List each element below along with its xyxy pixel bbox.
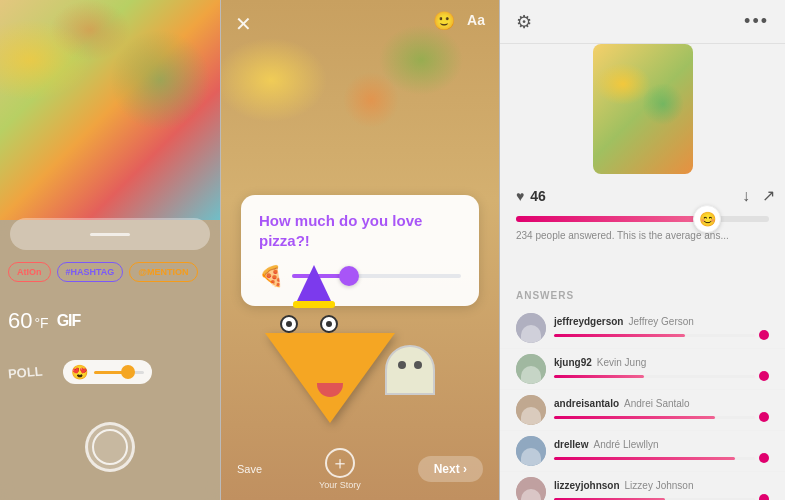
like-count-row: ♥ 46 bbox=[516, 188, 546, 204]
more-options-icon[interactable]: ••• bbox=[744, 11, 769, 32]
hashtag-sticker-chip[interactable]: #HASHTAG bbox=[57, 262, 124, 282]
mention-sticker-chip[interactable]: @MENTION bbox=[129, 262, 197, 282]
text-style-button[interactable]: Aa bbox=[467, 12, 485, 28]
story-bottom-bar: Save ＋ Your Story Next › bbox=[221, 448, 499, 490]
action-icons-row: ↓ ↗ bbox=[742, 186, 775, 205]
gif-sticker[interactable]: GIF bbox=[57, 312, 81, 330]
answer-slider-track bbox=[554, 334, 755, 337]
temperature-unit: °F bbox=[34, 315, 48, 331]
right-eye bbox=[320, 315, 338, 333]
pizza-eyes bbox=[280, 315, 338, 333]
left-eye bbox=[280, 315, 298, 333]
answer-slider-dot bbox=[759, 412, 769, 422]
answer-slider-dot bbox=[759, 371, 769, 381]
search-bar-indicator bbox=[90, 233, 130, 236]
close-button[interactable]: ✕ bbox=[235, 12, 252, 36]
answer-row: lizzeyjohnsonLizzey Johnson bbox=[500, 472, 785, 500]
slider-thumb bbox=[121, 365, 135, 379]
answer-slider-dot bbox=[759, 494, 769, 500]
answer-info: jeffreydgersonJeffrey Gerson bbox=[554, 316, 769, 340]
story-thumbnail bbox=[593, 44, 693, 174]
answer-username: lizzeyjohnson bbox=[554, 480, 620, 491]
answer-slider-fill bbox=[554, 457, 735, 460]
location-sticker-chip[interactable]: AtIOn bbox=[8, 262, 51, 282]
answer-row: jeffreydgersonJeffrey Gerson bbox=[500, 308, 785, 349]
answer-avatar[interactable] bbox=[516, 436, 546, 466]
results-slider-thumb: 😊 bbox=[693, 205, 721, 233]
next-button[interactable]: Next › bbox=[418, 456, 483, 482]
camera-button[interactable] bbox=[85, 422, 135, 472]
add-to-story-button[interactable]: ＋ Your Story bbox=[319, 448, 361, 490]
answer-slider-fill bbox=[554, 416, 715, 419]
slider-line bbox=[94, 371, 144, 374]
slider-sticker[interactable]: 😍 bbox=[63, 360, 152, 384]
average-text: 234 people answered. This is the average… bbox=[516, 230, 769, 241]
sticker-search-bar[interactable] bbox=[10, 218, 210, 250]
left-pupil bbox=[286, 321, 292, 327]
ghost-right-eye bbox=[414, 361, 422, 369]
pizza-character-area bbox=[221, 265, 499, 425]
temperature-value: 60 bbox=[8, 308, 32, 334]
answer-username: drellew bbox=[554, 439, 588, 450]
p1-food-overlay bbox=[0, 0, 220, 220]
sticker-third-row: POLL 😍 bbox=[8, 360, 212, 384]
answers-section-header: ANSWERS bbox=[516, 290, 574, 301]
temperature-sticker[interactable]: 60 °F bbox=[8, 308, 49, 334]
answer-username: andreisantalo bbox=[554, 398, 619, 409]
answer-slider-fill bbox=[554, 375, 644, 378]
answer-displayname: Kevin Jung bbox=[597, 357, 646, 368]
answer-names: jeffreydgersonJeffrey Gerson bbox=[554, 316, 769, 327]
save-button[interactable]: Save bbox=[237, 463, 262, 475]
poll-sticker[interactable]: POLL bbox=[7, 363, 43, 381]
answer-slider-track bbox=[554, 375, 755, 378]
hat-brim bbox=[293, 301, 335, 308]
answer-slider-row bbox=[554, 330, 769, 340]
story-editor-panel: ✕ 🙂 Aa How much do you love pizza?! 🍕 bbox=[220, 0, 500, 500]
like-count: 46 bbox=[530, 188, 546, 204]
sticker-icon[interactable]: 🙂 bbox=[433, 10, 455, 32]
answer-slider-fill bbox=[554, 334, 685, 337]
answer-slider-track bbox=[554, 457, 755, 460]
right-pupil bbox=[326, 321, 332, 327]
answer-row: andreisantaloAndrei Santalo bbox=[500, 390, 785, 431]
results-slider-section: 😊 234 people answered. This is the avera… bbox=[516, 216, 769, 241]
answer-avatar[interactable] bbox=[516, 477, 546, 500]
answer-avatar[interactable] bbox=[516, 313, 546, 343]
settings-icon[interactable]: ⚙ bbox=[516, 11, 532, 33]
answer-slider-row bbox=[554, 453, 769, 463]
story-thumbnail-image bbox=[593, 44, 693, 174]
answer-slider-dot bbox=[759, 330, 769, 340]
results-header: ⚙ ••• bbox=[500, 0, 785, 44]
answer-slider-row bbox=[554, 371, 769, 381]
ghost-character bbox=[385, 345, 455, 425]
party-hat bbox=[293, 265, 335, 308]
answer-names: andreisantaloAndrei Santalo bbox=[554, 398, 769, 409]
story-label: Your Story bbox=[319, 480, 361, 490]
answers-list: jeffreydgersonJeffrey Gersonkjung92Kevin… bbox=[500, 308, 785, 500]
results-emoji: 😊 bbox=[699, 211, 716, 227]
share-icon[interactable]: ↗ bbox=[762, 186, 775, 205]
answer-slider-row bbox=[554, 494, 769, 500]
answer-names: kjung92Kevin Jung bbox=[554, 357, 769, 368]
p2-food-scene bbox=[221, 0, 499, 220]
results-slider-fill bbox=[516, 216, 698, 222]
heart-icon: ♥ bbox=[516, 188, 524, 204]
answer-row: drellewAndré Llewllyn bbox=[500, 431, 785, 472]
answer-displayname: Andrei Santalo bbox=[624, 398, 690, 409]
ghost-left-eye bbox=[398, 361, 406, 369]
camera-row bbox=[0, 422, 220, 472]
answer-slider-row bbox=[554, 412, 769, 422]
camera-inner-ring bbox=[92, 429, 128, 465]
pizza-body bbox=[265, 333, 395, 423]
sticker-chips-row: AtIOn #HASHTAG @MENTION bbox=[8, 262, 212, 282]
answer-info: andreisantaloAndrei Santalo bbox=[554, 398, 769, 422]
hat-cone bbox=[296, 265, 332, 303]
download-icon[interactable]: ↓ bbox=[742, 187, 750, 205]
answer-username: kjung92 bbox=[554, 357, 592, 368]
pizza-character bbox=[265, 265, 395, 425]
answer-slider-track bbox=[554, 416, 755, 419]
answer-avatar[interactable] bbox=[516, 395, 546, 425]
answer-displayname: Jeffrey Gerson bbox=[628, 316, 693, 327]
answer-avatar[interactable] bbox=[516, 354, 546, 384]
answer-displayname: André Llewllyn bbox=[593, 439, 658, 450]
